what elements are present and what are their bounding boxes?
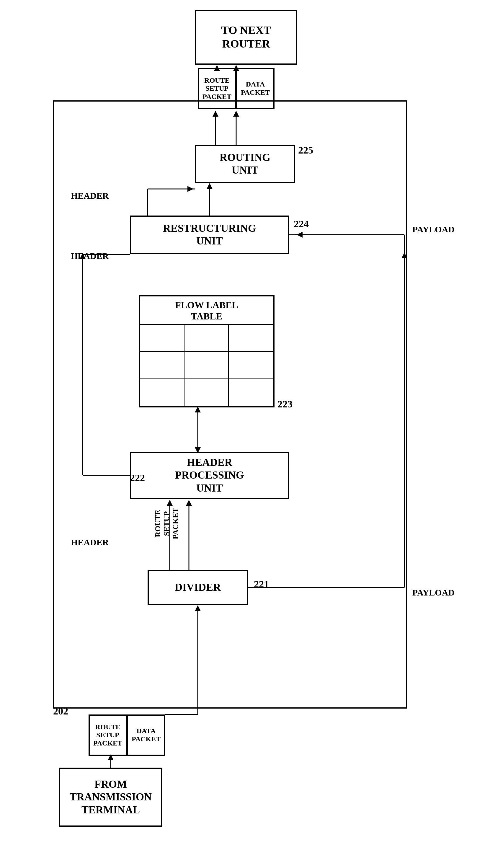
divider-unit: DIVIDER <box>148 570 248 605</box>
ref-223: 223 <box>277 399 293 410</box>
route-setup-label: ROUTESETUPPACKET <box>153 508 180 539</box>
payload-label-1: PAYLOAD <box>412 224 455 235</box>
routing-unit: ROUTINGUNIT <box>195 145 295 183</box>
from-terminal-box: FROMTRANSMISSIONTERMINAL <box>59 768 162 827</box>
ref-202: 202 <box>53 706 68 717</box>
bottom-data-packet: DATAPACKET <box>127 714 165 756</box>
to-next-router-box: TO NEXTROUTER <box>195 10 297 65</box>
bottom-packet-pair: ROUTESETUPPACKET DATAPACKET <box>89 714 165 756</box>
top-data-packet: DATAPACKET <box>236 68 275 109</box>
header-label-3: HEADER <box>71 537 109 547</box>
ref-222: 222 <box>130 472 145 484</box>
top-packet-pair: ROUTESETUPPACKET DATAPACKET <box>198 68 275 109</box>
ref-224: 224 <box>294 218 309 230</box>
flow-label-table-box: FLOW LABELTABLE <box>139 295 275 407</box>
restructuring-unit: RESTRUCTURINGUNIT <box>130 216 289 254</box>
header-label-1: HEADER <box>71 191 109 201</box>
bottom-route-setup-packet: ROUTESETUPPACKET <box>89 714 127 756</box>
header-processing-unit: HEADERPROCESSINGUNIT <box>130 452 289 499</box>
ref-225: 225 <box>298 145 313 156</box>
header-label-2: HEADER <box>71 251 109 261</box>
top-route-setup-packet: ROUTESETUPPACKET <box>198 68 236 109</box>
payload-label-2: PAYLOAD <box>412 588 455 597</box>
ref-221: 221 <box>254 579 269 590</box>
